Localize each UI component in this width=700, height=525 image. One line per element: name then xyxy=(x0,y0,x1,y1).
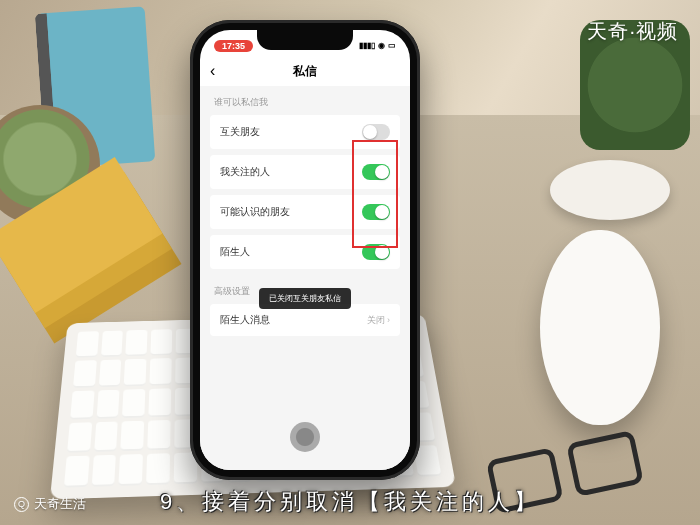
row-label: 陌生人 xyxy=(220,245,250,259)
row-maybe-known[interactable]: 可能认识的朋友 xyxy=(210,195,400,229)
settings-content: 谁可以私信我 互关朋友 我关注的人 可能认识的朋友 陌生人 高级设置 陌生人消息 xyxy=(200,86,410,470)
toggle-mutual-friends[interactable] xyxy=(362,124,390,140)
tutorial-caption: 9、接着分别取消【我关注的人】 xyxy=(160,487,540,517)
row-label: 互关朋友 xyxy=(220,125,260,139)
row-label: 陌生人消息 xyxy=(220,313,270,327)
row-value: 关闭 › xyxy=(367,314,390,327)
row-mutual-friends[interactable]: 互关朋友 xyxy=(210,115,400,149)
status-icons: ▮▮▮▯ ◉ ▭ xyxy=(359,41,396,50)
assistive-touch-icon[interactable] xyxy=(290,422,320,452)
row-strangers[interactable]: 陌生人 xyxy=(210,235,400,269)
phone-screen: 17:35 ▮▮▮▯ ◉ ▭ ‹ 私信 谁可以私信我 互关朋友 我关注的人 可能… xyxy=(200,30,410,470)
toggle-following[interactable] xyxy=(362,164,390,180)
brand-watermark-bottom: Q 天奇生活 xyxy=(14,495,86,513)
toast-message: 已关闭互关朋友私信 xyxy=(259,288,351,309)
plate-prop xyxy=(550,160,670,220)
brand-logo-icon: Q xyxy=(14,497,29,512)
phone-frame: 17:35 ▮▮▮▯ ◉ ▭ ‹ 私信 谁可以私信我 互关朋友 我关注的人 可能… xyxy=(190,20,420,480)
notch xyxy=(257,30,353,50)
brand-name: 天奇生活 xyxy=(34,495,86,513)
toggle-strangers[interactable] xyxy=(362,244,390,260)
mouse-prop xyxy=(540,230,660,425)
nav-bar: ‹ 私信 xyxy=(200,56,410,86)
row-following[interactable]: 我关注的人 xyxy=(210,155,400,189)
page-title: 私信 xyxy=(293,63,317,80)
row-label: 可能认识的朋友 xyxy=(220,205,290,219)
wifi-icon: ◉ xyxy=(378,41,385,50)
battery-icon: ▭ xyxy=(388,41,396,50)
back-button[interactable]: ‹ xyxy=(210,62,215,80)
brand-watermark-top: 天奇·视频 xyxy=(587,18,678,45)
toggle-maybe-known[interactable] xyxy=(362,204,390,220)
section-who-can-dm: 谁可以私信我 xyxy=(210,86,400,115)
chevron-right-icon: › xyxy=(387,315,390,325)
status-time: 17:35 xyxy=(214,40,253,52)
row-label: 我关注的人 xyxy=(220,165,270,179)
signal-icon: ▮▮▮▯ xyxy=(359,41,375,50)
